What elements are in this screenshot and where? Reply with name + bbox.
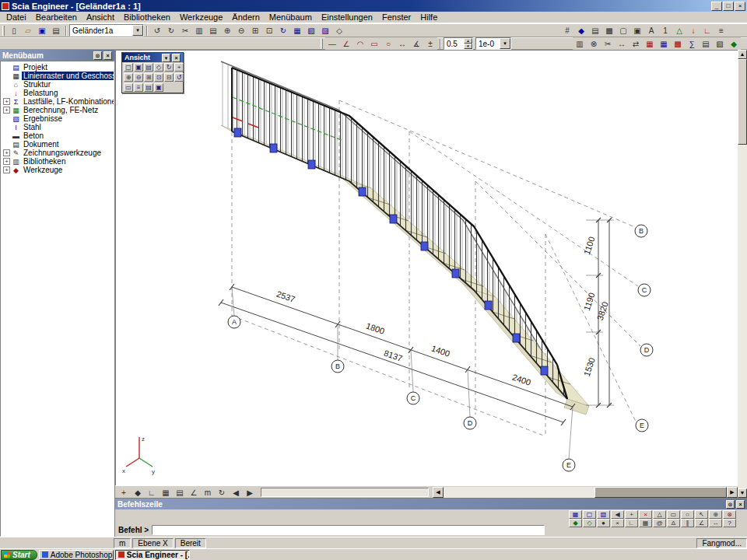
shading-icon[interactable]: ▣	[630, 24, 644, 37]
toolbar-grip[interactable]	[321, 39, 323, 49]
wireframe-icon[interactable]: ▢	[616, 24, 630, 37]
statusbar-units[interactable]: m	[114, 538, 131, 548]
sidebar-item[interactable]: + ✎ Zeichnungswerkzeuge	[1, 149, 114, 157]
expand-icon[interactable]: +	[3, 107, 10, 114]
intersect-icon[interactable]: ⊗	[587, 37, 601, 50]
next-icon[interactable]: ▶	[243, 487, 257, 498]
grid-icon[interactable]: #	[560, 24, 574, 37]
parallel-lock-icon[interactable]: ∥	[681, 519, 694, 527]
invert-selection-icon[interactable]: ▧	[597, 510, 610, 519]
expand-icon[interactable]: +	[3, 98, 10, 105]
document-icon[interactable]: ▤	[699, 37, 713, 50]
ucs-icon[interactable]: ∠	[187, 487, 201, 498]
pin-icon[interactable]: ⊙	[726, 500, 735, 509]
expand-icon[interactable]: +	[3, 158, 10, 165]
close-icon[interactable]: ×	[172, 54, 181, 62]
cut-icon[interactable]: ✂	[178, 24, 192, 37]
angle-icon[interactable]: ∡	[409, 37, 423, 50]
zoom-out-icon[interactable]: ⊖	[134, 73, 143, 82]
length-lock-icon[interactable]: ↔	[709, 519, 722, 527]
zoom-in-icon[interactable]: ⊕	[220, 24, 234, 37]
table-icon[interactable]: ▦	[657, 37, 671, 50]
sidebar-item[interactable]: ▦ Linienraster und Geschosse	[1, 72, 114, 80]
previous-icon[interactable]: ◀	[229, 487, 243, 498]
view-top-icon[interactable]: ▢	[124, 63, 133, 72]
menu-item[interactable]: Ändern	[227, 12, 264, 22]
arc-icon[interactable]: ◠	[353, 37, 367, 50]
zoom-in-icon[interactable]: ⊕	[124, 73, 133, 82]
relative-coords-icon[interactable]: Δ	[667, 519, 680, 527]
scrollbar-track[interactable]	[444, 487, 727, 498]
chevron-down-icon[interactable]: ▾	[500, 38, 510, 49]
sidebar-item[interactable]: ▤ Dokument	[1, 140, 114, 149]
horizontal-scrollbar[interactable]: ◀ ▶	[433, 487, 738, 498]
snap-grid-icon[interactable]: ▦	[639, 519, 652, 527]
chevron-down-icon[interactable]: ▾	[132, 25, 143, 36]
undo-icon[interactable]: ↺	[150, 24, 164, 37]
polyline-icon[interactable]: ∠	[339, 37, 353, 50]
snap-endpoint-icon[interactable]: ●	[597, 519, 610, 527]
line-icon[interactable]: —	[325, 37, 339, 50]
close-button[interactable]: ×	[735, 2, 745, 11]
save-picture-icon[interactable]: ▣	[154, 83, 163, 92]
sidebar-item[interactable]: ▤ Projekt	[1, 63, 114, 72]
statusbar-snapmode[interactable]: Fangmod...	[696, 538, 747, 548]
rotate-icon[interactable]: ↻	[164, 63, 174, 72]
sidebar-item[interactable]: + ▥ Bibliotheken	[1, 157, 114, 166]
scroll-up-icon[interactable]: ▲	[738, 50, 747, 59]
copy-icon[interactable]: ▥	[192, 24, 206, 37]
deselect-icon[interactable]: ▢	[583, 510, 596, 519]
tolerance-combo[interactable]: 1e-0 ▾	[475, 37, 511, 50]
expand-icon[interactable]: +	[3, 166, 10, 173]
snap-point-icon[interactable]: ◆	[569, 519, 582, 527]
circle-icon[interactable]: ○	[381, 37, 395, 50]
close-icon[interactable]: ×	[103, 51, 112, 60]
abort-icon[interactable]: ⊗	[723, 510, 736, 519]
snap-icon[interactable]: ◆	[574, 24, 588, 37]
axonometry-icon[interactable]: ◇	[154, 63, 163, 72]
snap-intersection-icon[interactable]: ×	[611, 519, 624, 527]
snap-midpoint-icon[interactable]: ◇	[583, 519, 596, 527]
taskbar-item-scia[interactable]: Scia Engineer - [...	[115, 550, 190, 560]
expand-icon[interactable]: +	[3, 149, 10, 156]
menu-item[interactable]: Menübaum	[265, 12, 317, 22]
model-viewport[interactable]: 2537 1800 1400 2400 8137	[115, 50, 738, 485]
minimize-button[interactable]: _	[711, 2, 722, 11]
select-all-icon[interactable]: ▦	[569, 510, 582, 519]
coordinates-icon[interactable]: +	[117, 487, 131, 498]
project-combo[interactable]: Geländer1a ▾	[69, 24, 144, 37]
scrollbar-thumb[interactable]	[594, 487, 727, 498]
scale-combo[interactable]: 0.5 ▴ ▾	[444, 37, 473, 50]
scroll-left-icon[interactable]: ◀	[433, 487, 444, 498]
new-project-icon[interactable]: ▯	[7, 24, 21, 37]
zoom-all-icon[interactable]: ⊡	[262, 24, 276, 37]
scrollbar-track[interactable]	[738, 145, 747, 488]
calculation-icon[interactable]: ∑	[685, 37, 699, 50]
view-yz-icon[interactable]: ▨	[318, 24, 332, 37]
array-icon[interactable]: ▦	[643, 37, 657, 50]
snap-perpendicular-icon[interactable]: ∟	[625, 519, 638, 527]
sidebar-item[interactable]: ▧ Ergebnisse	[1, 114, 114, 123]
layer-icon[interactable]: ▤	[173, 487, 187, 498]
local-axes-icon[interactable]: ∟	[700, 24, 714, 37]
menu-item[interactable]: Einstellungen	[317, 12, 377, 22]
save-icon[interactable]: ▣	[35, 24, 49, 37]
scale-spinner[interactable]: ▴ ▾	[464, 38, 472, 49]
cancel-icon[interactable]: ×	[639, 510, 652, 519]
circle-select-icon[interactable]: ○	[681, 510, 694, 519]
statusbar-layer[interactable]: Ebene X	[132, 538, 173, 548]
staircase-model[interactable]	[221, 61, 589, 415]
numbering-icon[interactable]: 1	[658, 24, 672, 37]
rotate-view-icon[interactable]: ↻	[276, 24, 290, 37]
view-xy-icon[interactable]: ▦	[290, 24, 304, 37]
view-side-icon[interactable]: ▤	[144, 63, 153, 72]
zoom-selection-icon[interactable]: ⊕	[709, 510, 722, 519]
menu-item[interactable]: Bibliotheken	[119, 12, 175, 22]
vertical-scrollbar[interactable]: ▲ ▼	[738, 50, 747, 498]
scroll-down-icon[interactable]: ▼	[738, 488, 747, 498]
sidebar-item[interactable]: ⌂ Struktur	[1, 80, 114, 89]
render-icon[interactable]: ▩	[602, 24, 616, 37]
gallery-icon[interactable]: ▧	[713, 37, 727, 50]
polygon-select-icon[interactable]: △	[653, 510, 666, 519]
sidebar-item[interactable]: ↓ Belastung	[1, 89, 114, 97]
